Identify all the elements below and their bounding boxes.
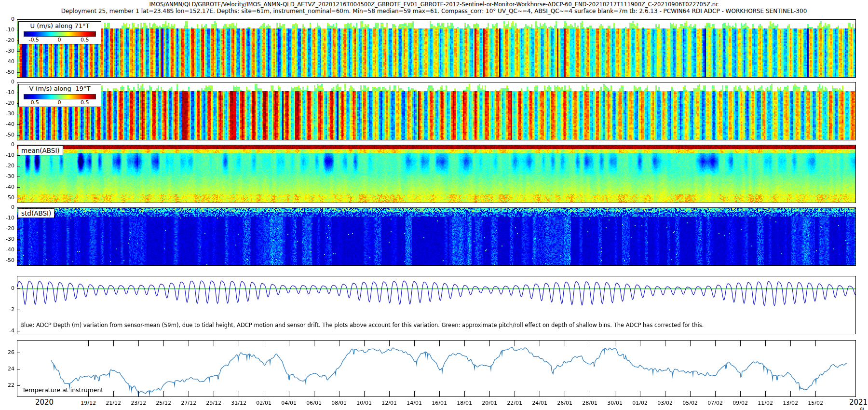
y-tick-label: -50 (0, 132, 14, 138)
legend-u-title: U (m/s) along 71°T (19, 22, 101, 29)
x-tick-label: 03/02 (657, 400, 673, 406)
x-tick-label: 26/01 (557, 400, 572, 406)
plot-title-filename: IMOS/ANMN/QLD/GBROTE/Velocity/IMOS_ANMN-… (0, 1, 868, 8)
y-tick-mark (17, 207, 20, 208)
y-tick-mark (17, 331, 20, 331)
y-tick-label: 0 (0, 285, 14, 291)
x-tick-label: 28/01 (582, 400, 597, 406)
x-tick-label: 11/02 (758, 400, 773, 406)
y-tick-label: -20 (0, 163, 14, 169)
x-tick-mark (665, 391, 665, 396)
x-tick-mark (289, 391, 289, 396)
x-tick-mark (364, 391, 365, 396)
y-tick-label: -10 (0, 89, 14, 96)
v-colorbar-tick-labels: -0.500.5 (24, 99, 95, 106)
y-tick-label: -50 (0, 257, 14, 263)
x-tick-mark (615, 391, 615, 396)
x-tick-mark (640, 341, 640, 346)
u-colorbar-tick-labels: -0.500.5 (24, 37, 95, 43)
y-tick-label: -20 (0, 100, 14, 106)
std-absi-label: std(ABSI) (18, 208, 54, 218)
y-tick-mark (17, 62, 20, 62)
y-tick-label: 0 (0, 16, 14, 22)
legend-v-velocity: V (m/s) along -19°T -0.500.5 (18, 84, 101, 107)
x-tick-label: 24/01 (532, 400, 547, 406)
y-tick-mark (17, 250, 20, 250)
x-tick-mark (515, 341, 515, 346)
x-tick-mark (264, 391, 264, 396)
y-tick-label: 0 (0, 204, 14, 210)
x-tick-label: 19/12 (81, 400, 96, 406)
y-tick-label: -10 (0, 27, 14, 33)
x-tick-mark (113, 341, 114, 346)
x-tick-mark (239, 341, 239, 346)
colorbar-tick-label: -0.5 (28, 99, 39, 106)
x-tick-label: 15/02 (808, 400, 823, 406)
x-tick-mark (515, 391, 515, 396)
panel-v-velocity-heatmap (17, 82, 856, 140)
y-tick-mark (17, 166, 20, 166)
x-tick-mark (113, 391, 114, 396)
x-tick-mark (163, 391, 164, 396)
x-tick-label: 21/12 (106, 400, 121, 406)
x-tick-mark (489, 391, 490, 396)
x-tick-mark (339, 391, 339, 396)
y-tick-label: -30 (0, 48, 14, 54)
y-tick-label: -40 (0, 246, 14, 253)
imos-copyright-watermark: © IMOS 21-Jul-2024 16:53:17 Hobart time (858, 407, 865, 410)
y-tick-label: 0 (0, 79, 14, 85)
x-tick-mark (715, 341, 716, 346)
y-tick-mark (17, 353, 20, 353)
x-tick-mark (765, 391, 766, 396)
x-tick-mark (565, 391, 565, 396)
x-tick-mark (815, 341, 816, 346)
x-tick-mark (189, 391, 189, 396)
x-tick-mark (439, 391, 440, 396)
x-tick-label: 22/01 (507, 400, 522, 406)
colorbar-tick-label: 0.5 (81, 99, 89, 106)
x-tick-mark (389, 341, 390, 346)
x-tick-mark (765, 341, 766, 346)
y-tick-label: -50 (0, 194, 14, 201)
x-tick-mark (489, 341, 490, 346)
x-tick-mark (740, 391, 741, 396)
y-tick-mark (17, 385, 20, 386)
y-tick-label: -30 (0, 173, 14, 179)
x-tick-mark (790, 391, 791, 396)
y-tick-mark (17, 288, 20, 289)
panel-u-velocity-heatmap (17, 19, 856, 78)
x-tick-mark (590, 341, 590, 346)
y-tick-label: -4 (0, 328, 14, 334)
x-tick-label: 02/01 (256, 400, 271, 406)
x-year-start-label: 2020 (35, 398, 54, 407)
y-tick-mark (17, 310, 20, 310)
x-tick-label: 23/12 (131, 400, 146, 406)
x-tick-mark (790, 341, 791, 346)
y-tick-mark (17, 19, 20, 20)
x-tick-mark (615, 341, 615, 346)
y-tick-label: -30 (0, 110, 14, 117)
y-tick-label: 24 (0, 366, 14, 372)
x-tick-mark (690, 391, 691, 396)
legend-u-velocity: U (m/s) along 71°T -0.500.5 (18, 21, 101, 44)
x-tick-mark (640, 391, 640, 396)
y-tick-mark (17, 260, 20, 261)
x-tick-label: 31/12 (231, 400, 246, 406)
x-tick-mark (464, 341, 465, 346)
x-tick-label: 13/02 (783, 400, 798, 406)
y-tick-label: -10 (0, 215, 14, 221)
x-tick-label: 27/12 (181, 400, 196, 406)
y-tick-label: -40 (0, 121, 14, 127)
temperature-line-canvas (17, 341, 855, 396)
y-tick-mark (17, 51, 20, 52)
u-velocity-heatmap-canvas (17, 20, 855, 77)
x-tick-mark (540, 341, 540, 346)
y-tick-label: -40 (0, 58, 14, 65)
y-tick-mark (17, 229, 20, 229)
x-tick-label: 08/01 (331, 400, 347, 406)
x-tick-mark (715, 391, 716, 396)
v-velocity-heatmap-canvas (17, 82, 855, 140)
x-tick-label: 30/01 (607, 400, 623, 406)
x-tick-label: 06/01 (306, 400, 322, 406)
x-tick-label: 16/01 (432, 400, 447, 406)
